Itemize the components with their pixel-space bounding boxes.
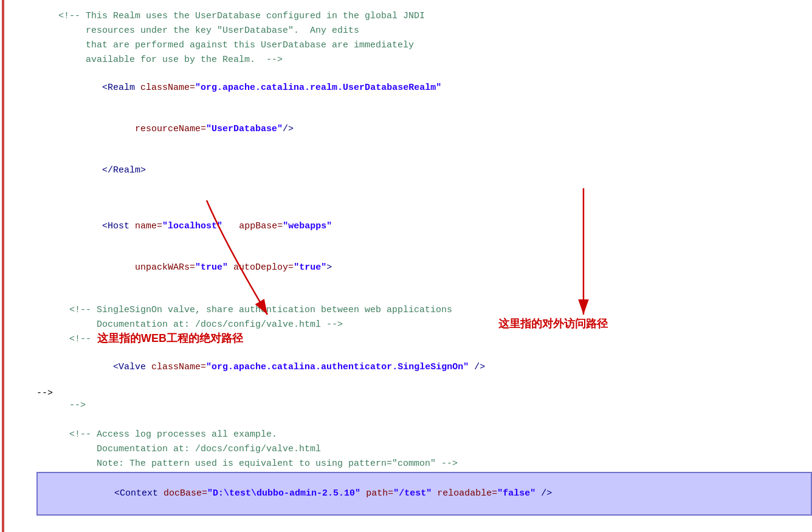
annotation-left-text: 这里指的WEB工程的绝对路径 xyxy=(97,331,243,346)
code-line: Note: The pattern used is equivalent to … xyxy=(36,457,812,471)
line-content: available for use by the Realm. --> xyxy=(36,53,812,67)
code-line: resources under the key "UserDatabase". … xyxy=(36,24,812,38)
line-content xyxy=(36,192,812,205)
line-content xyxy=(36,414,812,427)
code-line: <Host name="localhost" appBase="webapps" xyxy=(36,206,812,247)
line-content: <!-- Access log processes all example. xyxy=(36,428,812,442)
line-content: that are performed against this UserData… xyxy=(36,39,812,52)
line-content xyxy=(36,289,812,302)
line-content: Documentation at: /docs/config/valve.htm… xyxy=(36,443,812,456)
code-line: available for use by the Realm. --> xyxy=(36,53,812,67)
line-content: <!-- This Realm uses the UserDatabase co… xyxy=(36,10,812,23)
code-editor: <!-- This Realm uses the UserDatabase co… xyxy=(0,0,812,532)
code-line xyxy=(36,413,812,428)
code-line: Documentation at: /docs/config/valve.htm… xyxy=(36,318,812,332)
line-content: </Realm> xyxy=(36,151,812,191)
code-line: resourceName="UserDatabase"/> xyxy=(36,109,812,150)
line-content: <Realm className="org.apache.catalina.re… xyxy=(36,68,812,108)
context-line-content: <Context docBase="D:\test\dubbo-admin-2.… xyxy=(38,474,811,514)
line-content: Documentation at: /docs/config/valve.htm… xyxy=(36,318,812,332)
code-line: <!-- Access log processes all example. xyxy=(36,428,812,442)
code-line: --> xyxy=(36,398,812,413)
code-line: <!-- SingleSignOn valve, share authentic… xyxy=(36,303,812,318)
annotation-right-text: 这里指的对外访问路径 xyxy=(498,316,608,331)
line-content: <!-- SingleSignOn valve, share authentic… xyxy=(36,304,812,317)
code-line: Documentation at: /docs/config/valve.htm… xyxy=(36,442,812,457)
line-content: unpackWARs="true" autoDeploy="true"> xyxy=(36,248,812,288)
code-line: <!-- 这里指的WEB工程的绝对路径 xyxy=(36,332,812,347)
code-line xyxy=(36,191,812,206)
code-line: <!-- This Realm uses the UserDatabase co… xyxy=(36,9,812,24)
code-line: unpackWARs="true" autoDeploy="true"> xyxy=(36,247,812,288)
line-content: <Valve className="org.apache.catalina.au… xyxy=(36,347,812,387)
highlighted-context-line: <Context docBase="D:\test\dubbo-admin-2.… xyxy=(36,472,812,516)
line-content: --> xyxy=(36,399,812,412)
code-line: <Valve className="org.apache.catalina.va… xyxy=(36,516,812,532)
line-content: resources under the key "UserDatabase". … xyxy=(36,24,812,38)
line-content: Note: The pattern used is equivalent to … xyxy=(36,457,812,471)
line-content: resourceName="UserDatabase"/> xyxy=(36,109,812,149)
code-line: <Realm className="org.apache.catalina.re… xyxy=(36,67,812,109)
code-line: <Valve className="org.apache.catalina.au… xyxy=(36,347,812,388)
line-content: <Host name="localhost" appBase="webapps" xyxy=(36,206,812,247)
code-line: </Realm> xyxy=(36,150,812,191)
code-line: that are performed against this UserData… xyxy=(36,38,812,53)
line-content: <Valve className="org.apache.catalina.va… xyxy=(36,517,812,532)
code-line xyxy=(36,288,812,303)
